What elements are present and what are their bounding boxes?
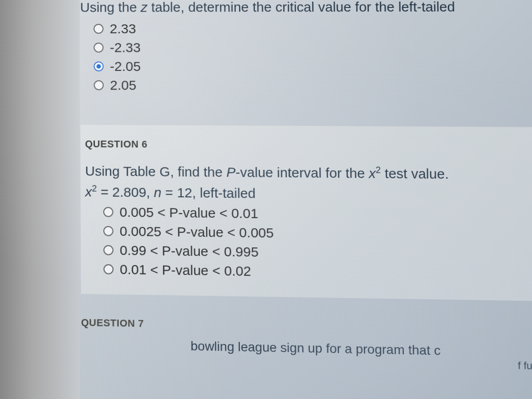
q6-option-2[interactable]: 0.0025 < P-value < 0.005 bbox=[103, 223, 532, 244]
radio-icon bbox=[94, 24, 103, 34]
q6-option-4[interactable]: 0.01 < P-value < 0.02 bbox=[103, 262, 532, 283]
quiz-content: Using the z table, determine the critica… bbox=[0, 0, 532, 373]
option-label: 2.05 bbox=[110, 78, 137, 93]
q6-given-eq: = 2.809, bbox=[97, 184, 154, 200]
option-label: 0.005 < P-value < 0.01 bbox=[120, 204, 258, 221]
q6-chi-base: x bbox=[369, 166, 376, 181]
q5-prompt-suffix: table, determine the critical value for … bbox=[147, 0, 455, 15]
q6-given-rest: = 12, left-tailed bbox=[161, 185, 256, 201]
q6-option-3[interactable]: 0.99 < P-value < 0.995 bbox=[103, 243, 532, 264]
option-label: 2.33 bbox=[110, 21, 136, 36]
q6-chi-sup: 2 bbox=[376, 165, 381, 175]
q5-option-2[interactable]: -2.33 bbox=[94, 40, 532, 56]
q5-option-1[interactable]: 2.33 bbox=[94, 21, 532, 36]
q6-option-1[interactable]: 0.005 < P-value < 0.01 bbox=[103, 204, 532, 225]
q6-header: QUESTION 6 bbox=[85, 138, 532, 153]
q6-given-n: n bbox=[154, 185, 161, 200]
radio-icon bbox=[103, 264, 113, 274]
question-5-block: Using the z table, determine the critica… bbox=[80, 0, 532, 94]
radio-icon bbox=[94, 43, 103, 52]
q6-prompt-suffix: test value. bbox=[381, 166, 449, 182]
q6-p-italic: P bbox=[227, 164, 236, 180]
q6-given: x2 = 2.809, n = 12, left-tailed bbox=[85, 183, 532, 204]
q5-prompt: Using the z table, determine the critica… bbox=[80, 0, 532, 15]
radio-icon bbox=[103, 245, 113, 255]
radio-icon bbox=[94, 80, 104, 90]
question-6-block: QUESTION 6 Using Table G, find the P-val… bbox=[80, 124, 532, 301]
option-label: -2.33 bbox=[110, 40, 141, 55]
question-7-block: QUESTION 7 bowling league sign up for a … bbox=[81, 317, 532, 372]
radio-icon-selected bbox=[94, 62, 103, 71]
q5-option-3[interactable]: -2.05 bbox=[94, 59, 532, 75]
option-label: 0.01 < P-value < 0.02 bbox=[120, 262, 251, 279]
q6-prompt-mid: -value interval for the bbox=[235, 164, 369, 180]
q6-given-chi-base: x bbox=[85, 184, 92, 199]
q6-prompt-prefix: Using Table G, find the bbox=[85, 164, 227, 180]
option-label: 0.99 < P-value < 0.995 bbox=[120, 243, 258, 260]
q5-option-4[interactable]: 2.05 bbox=[94, 78, 532, 94]
screen-bezel-left bbox=[0, 0, 80, 399]
q7-header: QUESTION 7 bbox=[81, 317, 532, 337]
q5-prompt-prefix: Using the bbox=[80, 0, 141, 15]
option-label: 0.0025 < P-value < 0.005 bbox=[120, 223, 274, 241]
radio-icon bbox=[103, 226, 113, 236]
option-label: -2.05 bbox=[110, 59, 141, 74]
radio-icon bbox=[103, 207, 113, 217]
q6-given-chi-sup: 2 bbox=[92, 184, 97, 194]
q6-prompt: Using Table G, find the P-value interval… bbox=[85, 163, 532, 183]
q5-z-var: z bbox=[141, 0, 147, 15]
